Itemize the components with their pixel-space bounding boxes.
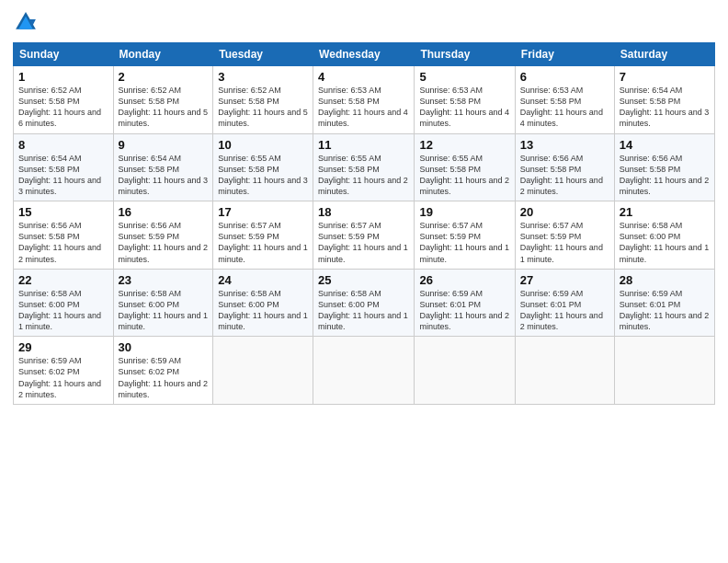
day-info: Sunrise: 6:59 AMSunset: 6:01 PMDaylight:… <box>419 288 509 333</box>
day-cell: 3 Sunrise: 6:52 AMSunset: 5:58 PMDayligh… <box>213 66 313 134</box>
day-number: 30 <box>119 340 209 354</box>
day-cell <box>313 337 415 405</box>
day-number: 18 <box>318 205 409 219</box>
day-number: 3 <box>218 70 308 84</box>
week-row-1: 1 Sunrise: 6:52 AMSunset: 5:58 PMDayligh… <box>14 66 715 134</box>
col-header-friday: Friday <box>515 43 614 66</box>
week-row-4: 22 Sunrise: 6:58 AMSunset: 6:00 PMDaylig… <box>14 269 715 337</box>
day-info: Sunrise: 6:58 AMSunset: 6:00 PMDaylight:… <box>620 220 710 265</box>
day-info: Sunrise: 6:58 AMSunset: 6:00 PMDaylight:… <box>218 288 308 333</box>
day-info: Sunrise: 6:55 AMSunset: 5:58 PMDaylight:… <box>419 153 509 198</box>
day-info: Sunrise: 6:53 AMSunset: 5:58 PMDaylight:… <box>419 85 509 130</box>
page: SundayMondayTuesdayWednesdayThursdayFrid… <box>0 0 728 563</box>
day-cell: 7 Sunrise: 6:54 AMSunset: 5:58 PMDayligh… <box>614 66 714 134</box>
day-number: 17 <box>218 205 308 219</box>
day-cell: 22 Sunrise: 6:58 AMSunset: 6:00 PMDaylig… <box>14 269 114 337</box>
header <box>13 9 715 35</box>
col-header-monday: Monday <box>113 43 213 66</box>
day-cell: 1 Sunrise: 6:52 AMSunset: 5:58 PMDayligh… <box>14 66 114 134</box>
day-cell: 12 Sunrise: 6:55 AMSunset: 5:58 PMDaylig… <box>415 133 515 201</box>
day-number: 4 <box>318 70 409 84</box>
day-cell: 21 Sunrise: 6:58 AMSunset: 6:00 PMDaylig… <box>614 201 714 270</box>
day-number: 24 <box>218 273 308 287</box>
day-info: Sunrise: 6:56 AMSunset: 5:58 PMDaylight:… <box>18 220 108 265</box>
day-info: Sunrise: 6:59 AMSunset: 6:01 PMDaylight:… <box>520 288 609 333</box>
day-info: Sunrise: 6:53 AMSunset: 5:58 PMDaylight:… <box>520 85 609 130</box>
col-header-tuesday: Tuesday <box>213 43 313 66</box>
col-header-wednesday: Wednesday <box>313 43 415 66</box>
day-number: 25 <box>318 273 409 287</box>
day-cell: 29 Sunrise: 6:59 AMSunset: 6:02 PMDaylig… <box>14 337 114 405</box>
day-number: 20 <box>520 205 609 219</box>
calendar-header-row: SundayMondayTuesdayWednesdayThursdayFrid… <box>14 43 715 66</box>
day-number: 29 <box>18 340 108 354</box>
day-number: 13 <box>520 138 609 152</box>
week-row-3: 15 Sunrise: 6:56 AMSunset: 5:58 PMDaylig… <box>14 201 715 270</box>
day-info: Sunrise: 6:56 AMSunset: 5:58 PMDaylight:… <box>520 153 609 198</box>
day-cell: 5 Sunrise: 6:53 AMSunset: 5:58 PMDayligh… <box>415 66 515 134</box>
day-info: Sunrise: 6:59 AMSunset: 6:02 PMDaylight:… <box>119 355 209 400</box>
logo-icon <box>13 9 39 35</box>
day-number: 19 <box>419 205 509 219</box>
day-info: Sunrise: 6:52 AMSunset: 5:58 PMDaylight:… <box>18 85 108 130</box>
day-number: 22 <box>18 273 108 287</box>
day-cell: 28 Sunrise: 6:59 AMSunset: 6:01 PMDaylig… <box>614 269 714 337</box>
day-cell: 16 Sunrise: 6:56 AMSunset: 5:59 PMDaylig… <box>113 201 213 270</box>
day-cell: 15 Sunrise: 6:56 AMSunset: 5:58 PMDaylig… <box>14 201 114 270</box>
calendar: SundayMondayTuesdayWednesdayThursdayFrid… <box>13 42 715 405</box>
day-cell <box>614 337 714 405</box>
day-cell <box>415 337 515 405</box>
day-info: Sunrise: 6:58 AMSunset: 6:00 PMDaylight:… <box>119 288 209 333</box>
day-number: 1 <box>18 70 108 84</box>
day-info: Sunrise: 6:59 AMSunset: 6:01 PMDaylight:… <box>620 288 710 333</box>
day-info: Sunrise: 6:58 AMSunset: 6:00 PMDaylight:… <box>18 288 108 333</box>
day-info: Sunrise: 6:57 AMSunset: 5:59 PMDaylight:… <box>318 220 409 265</box>
day-info: Sunrise: 6:57 AMSunset: 5:59 PMDaylight:… <box>218 220 308 265</box>
day-number: 6 <box>520 70 609 84</box>
day-cell: 26 Sunrise: 6:59 AMSunset: 6:01 PMDaylig… <box>415 269 515 337</box>
col-header-thursday: Thursday <box>415 43 515 66</box>
day-number: 8 <box>18 138 108 152</box>
day-cell: 27 Sunrise: 6:59 AMSunset: 6:01 PMDaylig… <box>515 269 614 337</box>
day-cell: 18 Sunrise: 6:57 AMSunset: 5:59 PMDaylig… <box>313 201 415 270</box>
day-number: 12 <box>419 138 509 152</box>
day-cell: 24 Sunrise: 6:58 AMSunset: 6:00 PMDaylig… <box>213 269 313 337</box>
day-cell: 13 Sunrise: 6:56 AMSunset: 5:58 PMDaylig… <box>515 133 614 201</box>
day-number: 28 <box>620 273 710 287</box>
day-cell: 17 Sunrise: 6:57 AMSunset: 5:59 PMDaylig… <box>213 201 313 270</box>
day-number: 9 <box>119 138 209 152</box>
day-number: 26 <box>419 273 509 287</box>
day-cell <box>515 337 614 405</box>
day-cell: 23 Sunrise: 6:58 AMSunset: 6:00 PMDaylig… <box>113 269 213 337</box>
day-cell: 25 Sunrise: 6:58 AMSunset: 6:00 PMDaylig… <box>313 269 415 337</box>
week-row-5: 29 Sunrise: 6:59 AMSunset: 6:02 PMDaylig… <box>14 337 715 405</box>
day-number: 21 <box>620 205 710 219</box>
col-header-sunday: Sunday <box>14 43 114 66</box>
day-info: Sunrise: 6:53 AMSunset: 5:58 PMDaylight:… <box>318 85 409 130</box>
day-info: Sunrise: 6:59 AMSunset: 6:02 PMDaylight:… <box>18 355 108 400</box>
day-info: Sunrise: 6:54 AMSunset: 5:58 PMDaylight:… <box>620 85 710 130</box>
day-info: Sunrise: 6:52 AMSunset: 5:58 PMDaylight:… <box>119 85 209 130</box>
day-number: 27 <box>520 273 609 287</box>
day-number: 15 <box>18 205 108 219</box>
day-number: 11 <box>318 138 409 152</box>
day-info: Sunrise: 6:57 AMSunset: 5:59 PMDaylight:… <box>419 220 509 265</box>
day-info: Sunrise: 6:56 AMSunset: 5:59 PMDaylight:… <box>119 220 209 265</box>
day-cell: 10 Sunrise: 6:55 AMSunset: 5:58 PMDaylig… <box>213 133 313 201</box>
week-row-2: 8 Sunrise: 6:54 AMSunset: 5:58 PMDayligh… <box>14 133 715 201</box>
day-number: 2 <box>119 70 209 84</box>
day-number: 5 <box>419 70 509 84</box>
day-cell: 4 Sunrise: 6:53 AMSunset: 5:58 PMDayligh… <box>313 66 415 134</box>
day-cell: 19 Sunrise: 6:57 AMSunset: 5:59 PMDaylig… <box>415 201 515 270</box>
day-cell: 8 Sunrise: 6:54 AMSunset: 5:58 PMDayligh… <box>14 133 114 201</box>
day-info: Sunrise: 6:56 AMSunset: 5:58 PMDaylight:… <box>620 153 710 198</box>
day-cell: 9 Sunrise: 6:54 AMSunset: 5:58 PMDayligh… <box>113 133 213 201</box>
day-cell: 20 Sunrise: 6:57 AMSunset: 5:59 PMDaylig… <box>515 201 614 270</box>
day-info: Sunrise: 6:54 AMSunset: 5:58 PMDaylight:… <box>119 153 209 198</box>
day-info: Sunrise: 6:58 AMSunset: 6:00 PMDaylight:… <box>318 288 409 333</box>
day-number: 14 <box>620 138 710 152</box>
day-cell: 11 Sunrise: 6:55 AMSunset: 5:58 PMDaylig… <box>313 133 415 201</box>
day-info: Sunrise: 6:54 AMSunset: 5:58 PMDaylight:… <box>18 153 108 198</box>
day-info: Sunrise: 6:55 AMSunset: 5:58 PMDaylight:… <box>218 153 308 198</box>
day-info: Sunrise: 6:55 AMSunset: 5:58 PMDaylight:… <box>318 153 409 198</box>
